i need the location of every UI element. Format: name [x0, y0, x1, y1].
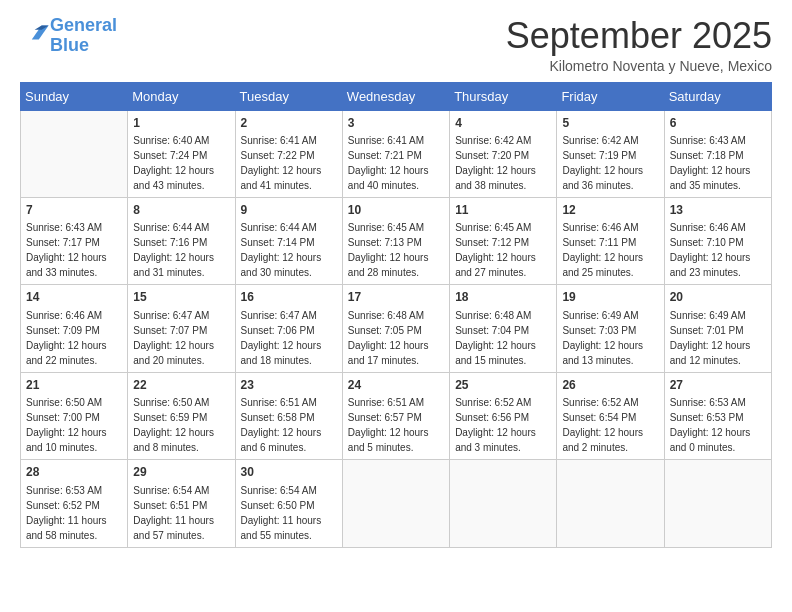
day-info: Sunrise: 6:49 AMSunset: 7:03 PMDaylight:… [562, 308, 658, 368]
calendar-cell: 14Sunrise: 6:46 AMSunset: 7:09 PMDayligh… [21, 285, 128, 372]
day-number: 13 [670, 202, 766, 219]
day-info: Sunrise: 6:54 AMSunset: 6:51 PMDaylight:… [133, 483, 229, 543]
calendar-cell: 13Sunrise: 6:46 AMSunset: 7:10 PMDayligh… [664, 197, 771, 284]
calendar-cell [664, 460, 771, 547]
day-number: 5 [562, 115, 658, 132]
location: Kilometro Noventa y Nueve, Mexico [506, 58, 772, 74]
day-info: Sunrise: 6:52 AMSunset: 6:56 PMDaylight:… [455, 395, 551, 455]
calendar-cell: 4Sunrise: 6:42 AMSunset: 7:20 PMDaylight… [450, 110, 557, 197]
day-info: Sunrise: 6:47 AMSunset: 7:07 PMDaylight:… [133, 308, 229, 368]
day-info: Sunrise: 6:40 AMSunset: 7:24 PMDaylight:… [133, 133, 229, 193]
calendar-cell: 12Sunrise: 6:46 AMSunset: 7:11 PMDayligh… [557, 197, 664, 284]
day-number: 29 [133, 464, 229, 481]
day-info: Sunrise: 6:50 AMSunset: 6:59 PMDaylight:… [133, 395, 229, 455]
calendar-cell: 3Sunrise: 6:41 AMSunset: 7:21 PMDaylight… [342, 110, 449, 197]
day-number: 4 [455, 115, 551, 132]
day-number: 17 [348, 289, 444, 306]
week-row-3: 14Sunrise: 6:46 AMSunset: 7:09 PMDayligh… [21, 285, 772, 372]
calendar-cell: 10Sunrise: 6:45 AMSunset: 7:13 PMDayligh… [342, 197, 449, 284]
day-info: Sunrise: 6:50 AMSunset: 7:00 PMDaylight:… [26, 395, 122, 455]
day-info: Sunrise: 6:41 AMSunset: 7:21 PMDaylight:… [348, 133, 444, 193]
week-row-4: 21Sunrise: 6:50 AMSunset: 7:00 PMDayligh… [21, 372, 772, 459]
day-info: Sunrise: 6:43 AMSunset: 7:18 PMDaylight:… [670, 133, 766, 193]
calendar-cell: 23Sunrise: 6:51 AMSunset: 6:58 PMDayligh… [235, 372, 342, 459]
calendar-cell [450, 460, 557, 547]
day-number: 11 [455, 202, 551, 219]
week-row-5: 28Sunrise: 6:53 AMSunset: 6:52 PMDayligh… [21, 460, 772, 547]
day-number: 22 [133, 377, 229, 394]
logo-general: General [50, 15, 117, 35]
day-number: 2 [241, 115, 337, 132]
day-info: Sunrise: 6:51 AMSunset: 6:57 PMDaylight:… [348, 395, 444, 455]
day-info: Sunrise: 6:42 AMSunset: 7:19 PMDaylight:… [562, 133, 658, 193]
day-number: 26 [562, 377, 658, 394]
day-info: Sunrise: 6:42 AMSunset: 7:20 PMDaylight:… [455, 133, 551, 193]
calendar-cell: 22Sunrise: 6:50 AMSunset: 6:59 PMDayligh… [128, 372, 235, 459]
day-number: 23 [241, 377, 337, 394]
header-cell-tuesday: Tuesday [235, 82, 342, 110]
day-number: 10 [348, 202, 444, 219]
header-cell-monday: Monday [128, 82, 235, 110]
day-info: Sunrise: 6:51 AMSunset: 6:58 PMDaylight:… [241, 395, 337, 455]
calendar-cell: 17Sunrise: 6:48 AMSunset: 7:05 PMDayligh… [342, 285, 449, 372]
day-info: Sunrise: 6:53 AMSunset: 6:52 PMDaylight:… [26, 483, 122, 543]
calendar-cell: 29Sunrise: 6:54 AMSunset: 6:51 PMDayligh… [128, 460, 235, 547]
calendar-cell: 18Sunrise: 6:48 AMSunset: 7:04 PMDayligh… [450, 285, 557, 372]
logo-text: General Blue [50, 16, 117, 56]
day-number: 12 [562, 202, 658, 219]
day-number: 20 [670, 289, 766, 306]
day-number: 15 [133, 289, 229, 306]
calendar-cell: 2Sunrise: 6:41 AMSunset: 7:22 PMDaylight… [235, 110, 342, 197]
calendar-cell: 27Sunrise: 6:53 AMSunset: 6:53 PMDayligh… [664, 372, 771, 459]
day-number: 8 [133, 202, 229, 219]
header-cell-saturday: Saturday [664, 82, 771, 110]
calendar-cell: 8Sunrise: 6:44 AMSunset: 7:16 PMDaylight… [128, 197, 235, 284]
day-info: Sunrise: 6:48 AMSunset: 7:05 PMDaylight:… [348, 308, 444, 368]
calendar-cell [21, 110, 128, 197]
calendar-cell: 11Sunrise: 6:45 AMSunset: 7:12 PMDayligh… [450, 197, 557, 284]
header: General Blue September 2025 Kilometro No… [20, 16, 772, 74]
title-block: September 2025 Kilometro Noventa y Nueve… [506, 16, 772, 74]
week-row-2: 7Sunrise: 6:43 AMSunset: 7:17 PMDaylight… [21, 197, 772, 284]
header-row: SundayMondayTuesdayWednesdayThursdayFrid… [21, 82, 772, 110]
day-number: 14 [26, 289, 122, 306]
day-number: 1 [133, 115, 229, 132]
day-info: Sunrise: 6:53 AMSunset: 6:53 PMDaylight:… [670, 395, 766, 455]
day-number: 16 [241, 289, 337, 306]
calendar-cell: 19Sunrise: 6:49 AMSunset: 7:03 PMDayligh… [557, 285, 664, 372]
day-info: Sunrise: 6:41 AMSunset: 7:22 PMDaylight:… [241, 133, 337, 193]
day-info: Sunrise: 6:43 AMSunset: 7:17 PMDaylight:… [26, 220, 122, 280]
day-info: Sunrise: 6:44 AMSunset: 7:16 PMDaylight:… [133, 220, 229, 280]
calendar-cell: 24Sunrise: 6:51 AMSunset: 6:57 PMDayligh… [342, 372, 449, 459]
day-number: 24 [348, 377, 444, 394]
day-number: 7 [26, 202, 122, 219]
day-info: Sunrise: 6:46 AMSunset: 7:09 PMDaylight:… [26, 308, 122, 368]
day-number: 30 [241, 464, 337, 481]
calendar-cell: 30Sunrise: 6:54 AMSunset: 6:50 PMDayligh… [235, 460, 342, 547]
calendar-cell: 25Sunrise: 6:52 AMSunset: 6:56 PMDayligh… [450, 372, 557, 459]
day-info: Sunrise: 6:45 AMSunset: 7:13 PMDaylight:… [348, 220, 444, 280]
calendar-cell: 26Sunrise: 6:52 AMSunset: 6:54 PMDayligh… [557, 372, 664, 459]
calendar-cell: 16Sunrise: 6:47 AMSunset: 7:06 PMDayligh… [235, 285, 342, 372]
calendar-cell: 6Sunrise: 6:43 AMSunset: 7:18 PMDaylight… [664, 110, 771, 197]
logo: General Blue [20, 16, 117, 56]
day-number: 9 [241, 202, 337, 219]
calendar-cell: 5Sunrise: 6:42 AMSunset: 7:19 PMDaylight… [557, 110, 664, 197]
calendar-body: 1Sunrise: 6:40 AMSunset: 7:24 PMDaylight… [21, 110, 772, 547]
header-cell-friday: Friday [557, 82, 664, 110]
day-number: 28 [26, 464, 122, 481]
header-cell-wednesday: Wednesday [342, 82, 449, 110]
day-info: Sunrise: 6:46 AMSunset: 7:10 PMDaylight:… [670, 220, 766, 280]
day-number: 25 [455, 377, 551, 394]
calendar-cell: 9Sunrise: 6:44 AMSunset: 7:14 PMDaylight… [235, 197, 342, 284]
logo-icon [22, 20, 50, 48]
calendar-cell: 15Sunrise: 6:47 AMSunset: 7:07 PMDayligh… [128, 285, 235, 372]
day-info: Sunrise: 6:52 AMSunset: 6:54 PMDaylight:… [562, 395, 658, 455]
header-cell-sunday: Sunday [21, 82, 128, 110]
day-info: Sunrise: 6:49 AMSunset: 7:01 PMDaylight:… [670, 308, 766, 368]
calendar-cell [342, 460, 449, 547]
day-info: Sunrise: 6:54 AMSunset: 6:50 PMDaylight:… [241, 483, 337, 543]
month-title: September 2025 [506, 16, 772, 56]
day-info: Sunrise: 6:48 AMSunset: 7:04 PMDaylight:… [455, 308, 551, 368]
page: General Blue September 2025 Kilometro No… [0, 0, 792, 612]
